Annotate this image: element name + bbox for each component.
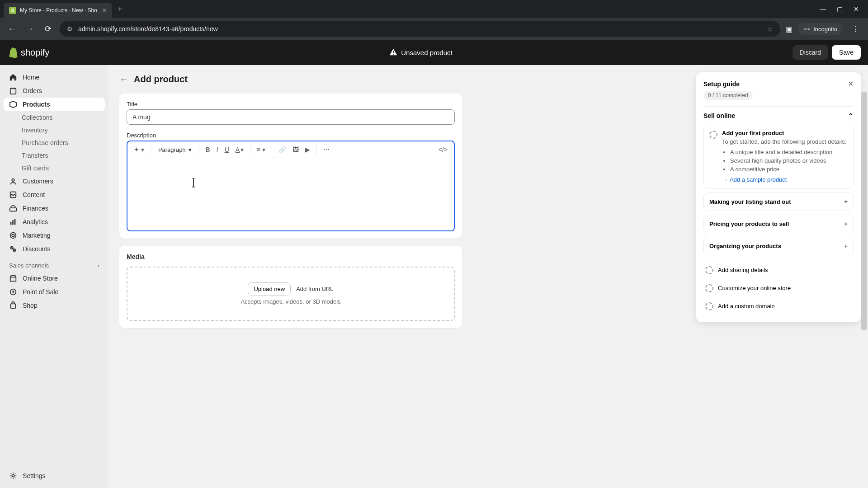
store-icon: [9, 274, 17, 282]
sidebar-item-analytics[interactable]: Analytics: [4, 215, 105, 229]
sidebar-item-customers[interactable]: Customers: [4, 174, 105, 188]
plus-icon: +: [844, 221, 848, 227]
close-window-icon[interactable]: ✕: [854, 5, 859, 13]
ai-sparkle-icon[interactable]: ✦ ▾: [131, 144, 147, 155]
task-label: Add a custom domain: [718, 303, 775, 310]
tab-close-icon[interactable]: ✕: [102, 7, 107, 14]
sidebar-item-content[interactable]: Content: [4, 188, 105, 202]
sidebar-item-collections[interactable]: Collections: [4, 111, 105, 124]
sidebar-item-online-store[interactable]: Online Store: [4, 272, 105, 285]
bookmark-star-icon[interactable]: ☆: [767, 25, 773, 33]
browser-tab-bar: My Store · Products · New · Sho ✕ + — ▢ …: [0, 0, 868, 18]
task-customize-store[interactable]: Customize your online store: [703, 279, 854, 297]
page-title: Add product: [134, 74, 188, 84]
close-icon[interactable]: ✕: [848, 80, 854, 88]
sidebar-item-transfers[interactable]: Transfers: [4, 149, 105, 162]
paragraph-select[interactable]: Paragraph ▾: [155, 145, 195, 155]
task-pricing[interactable]: Pricing your products to sell +: [703, 215, 854, 233]
scrollbar[interactable]: [861, 92, 867, 488]
new-tab-button[interactable]: +: [118, 5, 123, 14]
forward-icon[interactable]: →: [24, 24, 36, 34]
maximize-icon[interactable]: ▢: [837, 5, 843, 13]
browser-menu-icon[interactable]: ⋮: [848, 25, 863, 33]
media-dropzone[interactable]: Upload new Add from URL Accepts images, …: [127, 267, 455, 321]
task-label: Organizing your products: [709, 243, 781, 249]
chevron-right-icon[interactable]: ›: [98, 262, 99, 269]
orders-icon: [9, 87, 17, 95]
sidebar-item-home[interactable]: Home: [4, 70, 105, 84]
title-label: Title: [127, 101, 455, 108]
sidebar-item-label: Inventory: [22, 127, 48, 134]
italic-icon[interactable]: I: [214, 144, 221, 155]
task-label: Add sharing details: [718, 267, 768, 273]
sidebar-item-label: Marketing: [23, 232, 50, 239]
product-details-card: Title Description ✦ ▾ Paragraph ▾ B I U …: [119, 94, 462, 239]
sidebar-item-orders[interactable]: Orders: [4, 84, 105, 98]
svg-rect-10: [11, 304, 16, 308]
browser-toolbar: ← → ⟳ ⚙ admin.shopify.com/store/de8143-a…: [0, 18, 868, 40]
task-bullet: A competitive price: [730, 166, 848, 173]
save-button[interactable]: Save: [832, 45, 861, 60]
minimize-icon[interactable]: —: [820, 5, 826, 13]
customers-icon: [9, 177, 17, 185]
svg-rect-4: [10, 222, 12, 225]
sidebar-item-inventory[interactable]: Inventory: [4, 124, 105, 136]
task-bullet: A unique title and a detailed descriptio…: [730, 149, 848, 155]
task-sharing-details[interactable]: Add sharing details: [703, 261, 854, 279]
image-icon[interactable]: 🖼: [290, 144, 302, 155]
sidebar-item-settings[interactable]: Settings: [4, 469, 105, 483]
sidebar-item-products[interactable]: Products: [4, 98, 105, 111]
sidebar-item-shop[interactable]: Shop: [4, 299, 105, 312]
discard-button[interactable]: Discard: [793, 45, 828, 60]
extensions-icon[interactable]: ▣: [786, 25, 793, 33]
text-color-icon[interactable]: A ▾: [233, 144, 246, 155]
sidebar-item-label: Orders: [23, 87, 42, 94]
products-icon: [9, 100, 17, 108]
bold-icon[interactable]: B: [203, 144, 213, 155]
more-icon[interactable]: ⋯: [321, 144, 332, 155]
video-icon[interactable]: ▶: [302, 144, 313, 155]
underline-icon[interactable]: U: [222, 144, 232, 155]
site-settings-icon[interactable]: ⚙: [67, 25, 73, 33]
add-from-url-button[interactable]: Add from URL: [296, 286, 333, 292]
sidebar-item-label: Analytics: [23, 218, 48, 225]
task-organizing[interactable]: Organizing your products +: [703, 237, 854, 255]
sidebar-item-label: Gift cards: [22, 164, 49, 172]
task-label: Making your listing stand out: [709, 198, 791, 205]
task-bullet: Several high quality photos or videos: [730, 157, 848, 164]
sidebar-item-discounts[interactable]: Discounts: [4, 242, 105, 256]
incognito-label: Incognito: [813, 26, 837, 33]
media-hint: Accepts images, videos, or 3D models: [241, 298, 340, 305]
sidebar-item-marketing[interactable]: Marketing: [4, 229, 105, 242]
sidebar-section-label: Sales channels: [9, 262, 49, 269]
title-input[interactable]: [127, 109, 455, 125]
task-custom-domain[interactable]: Add a custom domain: [703, 297, 854, 315]
description-textarea[interactable]: [127, 158, 454, 230]
address-bar[interactable]: ⚙ admin.shopify.com/store/de8143-a6/prod…: [60, 21, 780, 37]
shopify-logo[interactable]: shopify: [7, 47, 49, 58]
sidebar-item-purchase-orders[interactable]: Purchase orders: [4, 136, 105, 149]
task-add-first-product[interactable]: Add your first product To get started, a…: [703, 124, 854, 189]
back-icon[interactable]: ←: [5, 24, 18, 34]
arrow-right-icon: →: [722, 176, 728, 183]
add-sample-product-link[interactable]: → Add a sample product: [722, 176, 848, 183]
task-label: Customize your online store: [718, 285, 791, 291]
gear-icon: [9, 472, 17, 480]
sidebar-item-finances[interactable]: Finances: [4, 202, 105, 215]
sidebar-item-pos[interactable]: Point of Sale: [4, 285, 105, 299]
code-view-icon[interactable]: </>: [436, 144, 450, 155]
sidebar-item-label: Home: [23, 74, 39, 81]
sidebar-item-gift-cards[interactable]: Gift cards: [4, 162, 105, 174]
browser-tab[interactable]: My Store · Products · New · Sho ✕: [4, 3, 112, 18]
task-title: Add your first product: [722, 130, 848, 136]
incognito-badge[interactable]: 👓 Incognito: [798, 23, 843, 35]
back-arrow-icon[interactable]: ←: [119, 74, 128, 84]
scrollbar-thumb[interactable]: [861, 92, 867, 330]
align-icon[interactable]: ≡ ▾: [254, 144, 268, 155]
task-listing-stand-out[interactable]: Making your listing stand out +: [703, 192, 854, 211]
upload-new-button[interactable]: Upload new: [248, 282, 291, 296]
url-text: admin.shopify.com/store/de8143-a6/produc…: [78, 25, 762, 33]
link-icon[interactable]: 🔗: [276, 144, 289, 155]
reload-icon[interactable]: ⟳: [42, 24, 54, 34]
setup-section-sell-online[interactable]: Sell online ⌃: [703, 112, 854, 119]
